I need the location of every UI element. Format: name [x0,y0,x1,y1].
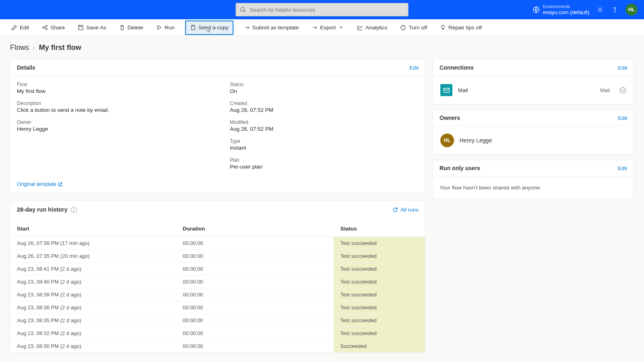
run-start: Aug 23, 08:40 PM (2 d ago) [10,276,176,288]
run-start: Aug 23, 08:30 PM (2 d ago) [10,340,176,353]
run-duration: 00:00:00 [176,301,334,314]
saveas-button[interactable]: Save As [75,21,109,34]
owner-value: Henry Legge [17,126,206,132]
run-duration: 00:00:00 [176,288,334,301]
delete-button[interactable]: Delete [117,21,146,34]
table-row[interactable]: Aug 23, 08:35 PM (2 d ago) 00:00:00 Test… [10,314,425,327]
svg-point-4 [614,12,615,12]
run-duration: 00:00:00 [176,276,334,288]
top-bar: Environments enayu.com (default) HL [0,0,644,19]
owner-avatar: HL [440,134,454,147]
run-start: Aug 23, 08:41 PM (2 d ago) [10,263,176,276]
table-row[interactable]: Aug 23, 08:32 PM (2 d ago) 00:00:00 Test… [10,327,425,340]
run-start: Aug 26, 07:35 PM (20 min ago) [10,250,176,263]
runonly-title: Run only users [440,165,480,171]
flow-label: Flow [17,82,206,87]
run-duration: 00:00:00 [176,250,334,263]
run-history-table: Start Duration Status Aug 26, 07:38 PM (… [10,218,425,353]
breadcrumb-parent[interactable]: Flows [10,43,29,52]
repair-tips-button[interactable]: Repair tips off [438,21,484,34]
connections-title: Connections [440,64,474,71]
modified-value: Aug 26, 07:52 PM [230,126,419,132]
breadcrumb: Flows › My first flow [0,36,644,55]
run-status: Test succeeded [334,263,425,276]
connection-type: Mail [600,87,610,93]
search-input[interactable] [250,7,404,13]
table-row[interactable]: Aug 26, 07:35 PM (20 min ago) 00:00:00 T… [10,250,425,263]
table-row[interactable]: Aug 23, 08:36 PM (2 d ago) 00:00:00 Test… [10,301,425,314]
user-avatar[interactable]: HL [625,4,638,16]
original-template-link[interactable]: Original template [17,181,63,187]
desc-label: Description [17,101,206,106]
run-history-card: 28-day run history i All runs Start Dura… [10,200,425,353]
svg-point-7 [46,28,47,30]
run-status: Test succeeded [334,314,425,327]
run-duration: 00:00:00 [176,237,334,250]
type-label: Type [230,138,419,144]
details-edit-link[interactable]: Edit [410,65,419,71]
turnoff-button[interactable]: Turn off [398,21,429,34]
run-status: Test succeeded [334,288,425,301]
runonly-text: Your flow hasn't been shared with anyone… [440,182,627,193]
plan-value: Per-user plan [230,164,419,170]
run-start: Aug 23, 08:32 PM (2 d ago) [10,327,176,340]
help-icon[interactable] [611,6,618,13]
export-button[interactable]: Export [309,21,347,34]
table-row[interactable]: Aug 23, 08:40 PM (2 d ago) 00:00:00 Test… [10,276,425,288]
modified-label: Modified [230,119,419,125]
table-row[interactable]: Aug 23, 08:30 PM (2 d ago) 00:00:00 Succ… [10,340,425,353]
run-start: Aug 26, 07:38 PM (17 min ago) [10,237,176,250]
analytics-button[interactable]: Analytics [355,21,390,34]
table-row[interactable]: Aug 23, 08:39 PM (2 d ago) 00:00:00 Test… [10,288,425,301]
svg-line-1 [244,11,246,12]
desc-value: Click a button to send a note by email. [17,107,206,113]
status-value: On [230,88,419,94]
connection-item[interactable]: Mail Mail [440,82,627,99]
run-button[interactable]: Run [154,21,177,34]
svg-rect-9 [191,26,194,30]
edit-button[interactable]: Edit [9,21,31,34]
status-label: Status [230,82,419,87]
owner-item[interactable]: HL Henry Legge [440,132,627,149]
refresh-icon [392,207,398,213]
environment-picker[interactable]: Environments enayu.com (default) [533,4,589,16]
runonly-edit-link[interactable]: Edit [618,165,627,171]
owners-title: Owners [440,115,460,121]
info-icon[interactable]: i [71,207,77,213]
details-card: Details Edit FlowMy first flow Descripti… [10,59,425,193]
run-history-title: 28-day run history [17,206,68,213]
search-box[interactable] [235,3,409,16]
svg-point-6 [46,25,47,27]
table-row[interactable]: Aug 26, 07:38 PM (17 min ago) 00:00:00 T… [10,237,425,250]
run-status: Test succeeded [334,327,425,340]
owner-label: Owner [17,119,206,125]
breadcrumb-current: My first flow [39,43,81,52]
command-bar: Edit Share Save As Delete Run Send a cop… [0,19,644,36]
environment-name: enayu.com (default) [543,9,589,16]
col-start[interactable]: Start [10,218,176,237]
owners-edit-link[interactable]: Edit [618,115,627,121]
environment-label: Environments [543,4,589,9]
created-label: Created [230,101,419,106]
connections-edit-link[interactable]: Edit [618,65,627,71]
table-row[interactable]: Aug 23, 08:41 PM (2 d ago) 00:00:00 Test… [10,263,425,276]
settings-icon[interactable] [597,6,604,13]
run-status: Succeeded [334,340,425,353]
run-start: Aug 23, 08:36 PM (2 d ago) [10,301,176,314]
share-button[interactable]: Share [39,21,67,34]
run-duration: 00:00:00 [176,314,334,327]
run-duration: 00:00:00 [176,263,334,276]
type-value: Instant [230,145,419,151]
col-status[interactable]: Status [334,218,425,237]
search-icon [240,6,246,13]
col-duration[interactable]: Duration [176,218,334,237]
all-runs-link[interactable]: All runs [392,207,419,213]
send-copy-button[interactable]: Send a copy [185,21,233,35]
run-status: Test succeeded [334,301,425,314]
submit-template-button[interactable]: Submit as template [242,21,301,34]
svg-rect-8 [78,25,83,30]
svg-point-0 [241,7,244,11]
run-duration: 00:00:00 [176,340,334,353]
check-circle-icon [619,87,626,94]
run-status: Test succeeded [334,276,425,288]
